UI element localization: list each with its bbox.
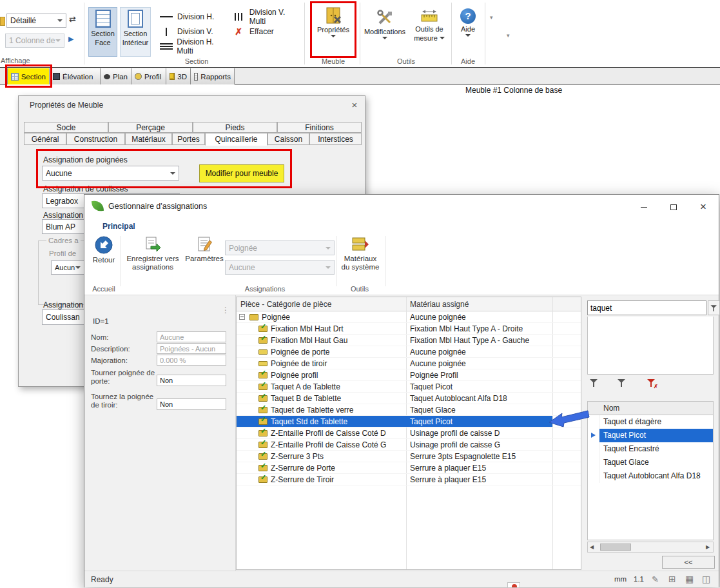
tab-profil[interactable]: Profil — [131, 68, 166, 84]
assignment-row[interactable]: Taquet B de Tablette Taquet Autoblocant … — [237, 393, 581, 404]
tab-quincaillerie[interactable]: Quincaillerie — [205, 133, 268, 146]
tab-portes[interactable]: Portes — [172, 133, 205, 145]
funnel-clear-icon[interactable]: ✗ — [647, 378, 657, 388]
table-view-icon[interactable]: ▦ — [685, 574, 694, 584]
part-icon — [249, 314, 258, 320]
col-materiau-header[interactable]: Matériau assigné — [410, 300, 469, 309]
assignment-row[interactable]: Taquet Std de Tablette Taquet Picot — [237, 416, 581, 427]
horizontal-scrollbar[interactable]: ◀ ▶ — [587, 542, 714, 553]
division-h-button[interactable]: Division H. — [159, 10, 231, 23]
tab-rapports[interactable]: Rapports — [191, 68, 235, 84]
division-v-multi-button[interactable]: Division V. Multi — [231, 10, 303, 23]
assignment-row[interactable]: Poignée de porte Aucune poignée — [237, 346, 581, 358]
poignee-combo[interactable]: Poignée — [225, 240, 335, 255]
assignment-row[interactable]: Z-Serrure de Porte Serrure à plaquer E15 — [237, 462, 581, 474]
layout-view-icon[interactable]: ◫ — [702, 574, 710, 584]
assignment-row[interactable]: Z-Serrure de Tiroir Serrure à plaquer E1… — [237, 474, 581, 485]
tourner-porte-label: Tourner poignée de porte: — [91, 369, 155, 386]
tab-plan[interactable]: Plan — [101, 68, 131, 84]
tab-pieds[interactable]: Pieds — [193, 122, 277, 133]
materiau-name: Aucune poignée — [410, 348, 466, 357]
material-list-item[interactable]: Taquet Encastré — [588, 442, 713, 456]
drag-dots-icon[interactable]: ⋮ — [222, 306, 229, 315]
grid-icon[interactable]: ⊞ — [668, 574, 676, 584]
scroll-left-icon[interactable]: ◀ — [590, 544, 594, 550]
app-icon — [0, 17, 5, 26]
edit-tool-icon[interactable]: ✎ — [652, 574, 659, 584]
tab-finitions[interactable]: Finitions — [277, 122, 362, 133]
funnel-sort-icon[interactable] — [617, 378, 627, 388]
profil-label: Profil de — [49, 250, 76, 257]
piece-name: Poignée profil — [271, 371, 318, 380]
aide-button[interactable]: ? Aide — [454, 6, 482, 54]
material-list-item[interactable]: Taquet d étagère — [588, 415, 713, 429]
col-piece-header[interactable]: Pièce - Catégorie de pièce — [240, 300, 331, 309]
tab-general[interactable]: Général — [24, 133, 66, 145]
assignment-row[interactable]: Taquet de Tablette verre Taquet Glace — [237, 404, 581, 416]
minimize-button[interactable] — [629, 195, 659, 219]
status-unit[interactable]: mm — [614, 575, 627, 583]
description-input[interactable]: Poignées - Aucun — [157, 343, 226, 354]
close-button[interactable]: × — [688, 195, 718, 219]
profil-combo[interactable]: Aucun — [51, 260, 84, 275]
assignment-row[interactable]: Fixation Mbl Haut Drt Fixation Mbl Haut … — [237, 323, 581, 335]
search-input[interactable] — [587, 300, 706, 315]
display-mode-combo[interactable]: Détaillé — [6, 14, 66, 28]
colonne-combo[interactable]: 1 Colonne de — [5, 34, 64, 48]
modifications-button[interactable]: Modifications — [362, 6, 407, 54]
tree-collapse-icon[interactable] — [239, 314, 245, 320]
tab-materiaux[interactable]: Matériaux — [125, 133, 172, 145]
nom-input[interactable]: Aucune — [157, 331, 226, 342]
search-results-box[interactable] — [587, 317, 714, 375]
assignment-row[interactable]: Taquet A de Tablette Taquet Picot — [237, 381, 581, 393]
maximize-button[interactable] — [659, 195, 688, 219]
scrollbar-thumb[interactable] — [600, 544, 631, 551]
play-icon[interactable]: ▶ — [68, 35, 73, 43]
close-icon[interactable]: × — [348, 99, 361, 110]
titlebar[interactable]: Gestionnaire d'assignations × — [84, 195, 719, 219]
filter-button[interactable] — [708, 300, 720, 315]
assignment-row[interactable]: Poignée Aucune poignée — [237, 311, 581, 323]
enregistrer-assignations-button[interactable]: Enregistrer vers assignations — [123, 235, 182, 271]
tourner-porte-input[interactable]: Non — [157, 375, 226, 386]
piece-name: Taquet Std de Tablette — [271, 417, 347, 426]
ribbon-overflow-chevron[interactable]: ▾ — [507, 32, 510, 39]
retour-button[interactable]: Retour — [88, 235, 119, 264]
tab-elevation[interactable]: Élévation — [50, 68, 101, 84]
edit-display-icon[interactable]: ⇄ — [69, 14, 76, 24]
parametres-button[interactable]: Paramètres — [184, 235, 225, 263]
assignment-row[interactable]: Z-Entaille Profil de Caisse Coté D Usina… — [237, 427, 581, 439]
assignment-row[interactable]: Poignée profil Poignée Profil — [237, 369, 581, 381]
tab-interstices[interactable]: Interstices — [309, 133, 362, 145]
scroll-right-icon[interactable]: ▶ — [706, 544, 710, 550]
assignment-row[interactable]: Z-Entaille Profil de Caisse Coté G Usina… — [237, 439, 581, 451]
section-interieur-button[interactable]: Section Intérieur — [120, 7, 151, 57]
tab-caisson[interactable]: Caisson — [268, 133, 309, 145]
tourner-tiroir-input[interactable]: Non — [157, 398, 226, 410]
tab-percage[interactable]: Perçage — [108, 122, 193, 133]
majoration-input[interactable]: 0.000 % — [157, 355, 226, 366]
list-header[interactable]: Nom — [587, 401, 714, 415]
tab-socle[interactable]: Socle — [24, 122, 108, 133]
ribbon-overflow-chevron[interactable]: ▾ — [490, 14, 493, 21]
app-leaf-icon — [92, 200, 104, 212]
collapse-panel-button[interactable]: << — [662, 556, 715, 569]
material-list-item[interactable]: Taquet Picot — [588, 429, 713, 442]
tab-construction[interactable]: Construction — [66, 133, 125, 145]
material-list-item[interactable]: Taquet Autoblocant Alfa D18 — [588, 469, 713, 483]
assignment-row[interactable]: Fixation Mbl Haut Gau Fixation Mbl Haut … — [237, 335, 581, 346]
effacer-button[interactable]: ✗ Effacer — [231, 25, 303, 38]
outils-mesure-button[interactable]: Outils de mesure — [408, 6, 451, 57]
tab-3d[interactable]: 3D — [166, 68, 191, 84]
division-v-button[interactable]: Division V. — [159, 25, 231, 38]
aucune-combo[interactable]: Aucune — [225, 260, 335, 275]
section-face-button[interactable]: Section Face — [88, 7, 117, 57]
assignment-row[interactable]: Poignée de tiroir Aucune poignée — [237, 358, 581, 369]
material-list-item[interactable]: Taquet Glace — [588, 456, 713, 469]
funnel-apply-icon[interactable] — [589, 378, 599, 388]
materiaux-systeme-button[interactable]: Matériaux du système — [338, 235, 382, 271]
division-h-multi-button[interactable]: Division H. Multi — [159, 40, 231, 53]
annotation-arrow-icon — [548, 405, 590, 431]
assignment-row[interactable]: Z-Serrure 3 Pts Serrure 3pts Espagnolett… — [237, 451, 581, 462]
status-zoom[interactable]: 1.1 — [634, 575, 644, 583]
